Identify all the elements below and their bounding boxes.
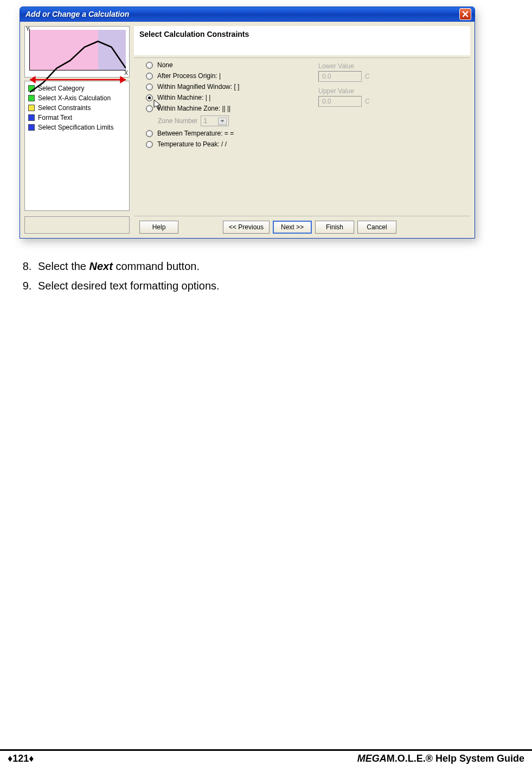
svg-marker-2 bbox=[120, 76, 126, 83]
instructions: Select the Next command button. Select d… bbox=[20, 258, 525, 294]
upper-value-input[interactable]: 0.0 bbox=[318, 96, 362, 107]
description-box bbox=[24, 216, 130, 234]
titlebar: Add or Change a Calculation bbox=[20, 7, 475, 22]
radio-label: None bbox=[157, 61, 173, 69]
dialog-window: Add or Change a Calculation Y X bbox=[20, 7, 475, 239]
heading-text: Select Calculation Constraints bbox=[139, 30, 249, 38]
radio-magnified[interactable]: Within Magnified Window: [ ] bbox=[146, 83, 309, 91]
step-label: Format Text bbox=[38, 113, 72, 123]
radio-icon bbox=[146, 62, 153, 69]
radio-icon bbox=[146, 83, 153, 91]
upper-unit: C bbox=[365, 98, 370, 105]
close-icon bbox=[462, 11, 469, 17]
radio-after-origin[interactable]: After Process Origin: | bbox=[146, 72, 309, 80]
radio-icon bbox=[146, 141, 153, 148]
dialog-body: Y X Select Categor bbox=[20, 22, 475, 239]
guide-title: MEGAM.O.L.E.® Help System Guide bbox=[357, 753, 524, 764]
previous-button[interactable]: << Previous bbox=[223, 221, 270, 234]
spacer bbox=[182, 221, 220, 234]
chart-thumbnail: Y X bbox=[24, 26, 130, 78]
radio-between-temp[interactable]: Between Temperature: = = bbox=[146, 130, 309, 137]
radio-within-machine[interactable]: Within Machine: | | bbox=[146, 94, 309, 101]
cancel-button[interactable]: Cancel bbox=[357, 221, 396, 234]
radio-label: After Process Origin: | bbox=[157, 72, 221, 80]
finish-button[interactable]: Finish bbox=[315, 221, 354, 234]
window-title: Add or Change a Calculation bbox=[25, 10, 459, 18]
radio-icon bbox=[146, 130, 153, 137]
options-area: None After Process Origin: | Within Magn… bbox=[134, 57, 470, 216]
lower-value-label: Lower Value bbox=[318, 62, 370, 70]
button-bar: Help << Previous Next >> Finish Cancel bbox=[134, 216, 470, 238]
radio-none[interactable]: None bbox=[146, 61, 309, 69]
left-pane: Y X Select Categor bbox=[20, 22, 134, 238]
instruction-9: Select desired text formatting options. bbox=[35, 278, 525, 294]
step-swatch bbox=[28, 124, 35, 131]
page-number: ♦121♦ bbox=[8, 753, 34, 764]
zone-number-row: Zone Number 1 bbox=[158, 115, 309, 126]
lower-value-input[interactable]: 0.0 bbox=[318, 71, 362, 82]
lower-unit: C bbox=[365, 73, 370, 80]
right-pane: Select Calculation Constraints None Afte… bbox=[134, 22, 475, 238]
help-button[interactable]: Help bbox=[139, 221, 178, 234]
radio-list: None After Process Origin: | Within Magn… bbox=[146, 61, 309, 148]
radio-label: Within Machine: | | bbox=[157, 94, 210, 101]
step-swatch bbox=[28, 114, 35, 121]
step-label: Select Specification Limits bbox=[38, 123, 113, 132]
chevron-down-icon bbox=[220, 120, 225, 123]
step-4: Format Text bbox=[28, 113, 126, 123]
radio-label: Within Magnified Window: [ ] bbox=[157, 83, 239, 91]
close-button[interactable] bbox=[459, 8, 471, 20]
upper-value-label: Upper Value bbox=[318, 87, 370, 95]
zone-select[interactable]: 1 bbox=[201, 115, 229, 126]
zone-value: 1 bbox=[203, 117, 207, 125]
radio-label: Within Machine Zone: || || bbox=[157, 105, 230, 112]
radio-icon bbox=[146, 105, 153, 112]
heading-box: Select Calculation Constraints bbox=[134, 26, 470, 55]
radio-label: Between Temperature: = = bbox=[157, 130, 234, 137]
radio-icon bbox=[146, 94, 153, 101]
radio-temp-peak[interactable]: Temperature to Peak: / / bbox=[146, 140, 309, 148]
svg-marker-1 bbox=[30, 76, 36, 83]
step-5: Select Specification Limits bbox=[28, 123, 126, 132]
radio-label: Temperature to Peak: / / bbox=[157, 140, 227, 148]
instruction-8: Select the Next command button. bbox=[35, 258, 525, 274]
radio-machine-zone[interactable]: Within Machine Zone: || || bbox=[146, 105, 309, 112]
page-footer: ♦121♦ MEGAM.O.L.E.® Help System Guide bbox=[0, 749, 532, 764]
chart-line bbox=[30, 30, 126, 107]
zone-label: Zone Number bbox=[158, 117, 197, 125]
next-button[interactable]: Next >> bbox=[273, 221, 312, 234]
value-group: Lower Value 0.0 C Upper Value 0.0 C bbox=[318, 61, 370, 112]
radio-icon bbox=[146, 73, 153, 80]
